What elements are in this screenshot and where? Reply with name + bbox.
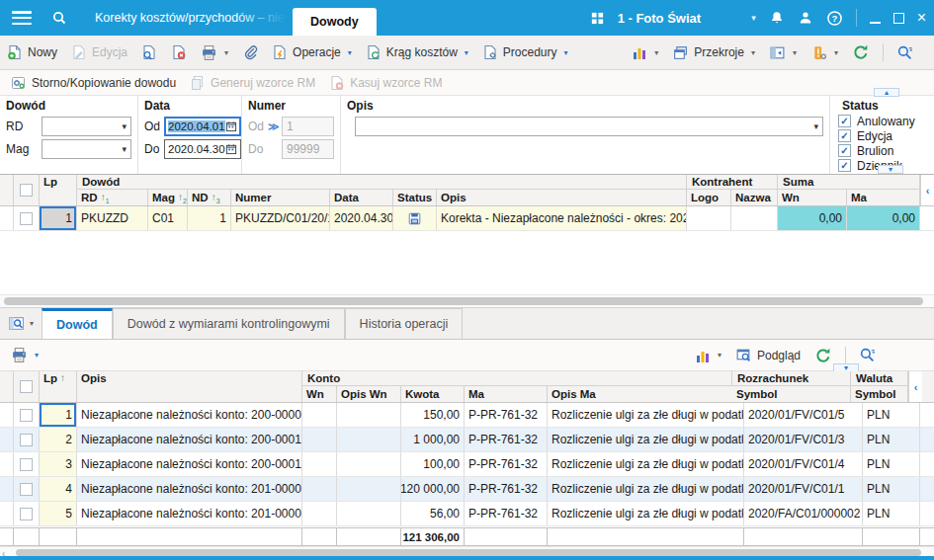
tab-dowod[interactable]: Dowód <box>42 308 113 339</box>
cell-wn <box>302 502 337 525</box>
detail-row[interactable]: 4 Niezapłacone należności konto: 201-000… <box>0 477 934 502</box>
mag-select[interactable]: ▾ <box>42 139 131 159</box>
status-brulion-checkbox[interactable]: ✓ <box>838 144 851 157</box>
cross-sections-button[interactable]: Przekroje ▾ <box>665 40 762 65</box>
filter-expand-button[interactable]: ▾ <box>878 165 903 174</box>
preview-document-button[interactable] <box>134 40 164 65</box>
col-rd[interactable]: RD ↑1 <box>77 190 148 205</box>
double-chevron-icon[interactable]: ≫ <box>268 120 282 133</box>
status-edycja-checkbox[interactable]: ✓ <box>838 129 851 142</box>
col-wn[interactable]: Wn <box>778 190 847 205</box>
date-to-field[interactable]: 2020.04.30 <box>164 139 241 159</box>
detail-row[interactable]: 2 Niezapłacone należności konto: 200-000… <box>0 428 934 452</box>
detail-view-selector[interactable]: ▾ <box>0 308 42 339</box>
detail-chart-button[interactable]: ▾ <box>688 343 728 368</box>
select-all-checkbox[interactable] <box>20 380 33 393</box>
new-button[interactable]: Nowy <box>0 40 64 65</box>
col-opis-wn[interactable]: Opis Wn <box>337 386 401 402</box>
tab-dowody[interactable]: Dowody <box>293 8 377 36</box>
print-chevron-icon[interactable]: ▾ <box>224 48 228 57</box>
check-icon: ✓ <box>840 160 848 171</box>
row-checkbox[interactable] <box>20 409 33 422</box>
calendar-icon[interactable] <box>225 143 237 155</box>
user-icon[interactable] <box>798 10 813 26</box>
col-nd[interactable]: ND ↑3 <box>188 190 231 205</box>
numer-to-field: 99999 <box>282 139 334 159</box>
chart-button[interactable]: ▾ <box>625 40 665 65</box>
collapse-side-panel-button[interactable]: ‹ <box>908 371 922 402</box>
menu-icon[interactable] <box>12 11 32 25</box>
workspace-chevron-icon[interactable]: ▾ <box>751 13 756 23</box>
band-rozrachunek: Rozrachunek Symbol <box>732 371 851 402</box>
col-opis[interactable]: Opis <box>437 190 687 205</box>
maximize-button[interactable] <box>893 13 904 24</box>
row-checkbox[interactable] <box>20 434 33 446</box>
col-nazwa[interactable]: Nazwa <box>731 190 778 205</box>
cell-kwota: 56,00 <box>401 502 465 525</box>
row-checkbox[interactable] <box>20 458 33 471</box>
scrollbar-thumb[interactable] <box>4 297 923 305</box>
operations-button[interactable]: Operacje ▾ <box>265 40 359 65</box>
app-grid-icon[interactable] <box>590 11 605 26</box>
col-mag[interactable]: Mag ↑2 <box>148 190 188 205</box>
col-opis[interactable]: Opis <box>77 371 302 402</box>
indicators-button[interactable]: ▾ <box>804 40 845 65</box>
procedures-button[interactable]: Procedury ▾ <box>475 40 575 65</box>
col-logo[interactable]: Logo <box>687 190 731 205</box>
print-button[interactable]: ▾ <box>194 40 235 65</box>
row-checkbox[interactable] <box>20 508 33 520</box>
col-symbol[interactable]: Symbol <box>732 386 851 402</box>
col-ma[interactable]: Ma <box>465 386 548 402</box>
col-status[interactable]: Status <box>393 190 437 205</box>
summary-symbol-cell <box>744 528 863 545</box>
workspace-name[interactable]: 1 - Foto Świat <box>618 11 702 26</box>
copy-icon <box>190 75 206 91</box>
detail-print-chevron-icon[interactable]: ▾ <box>35 351 39 360</box>
tab-korekty-kosztow[interactable]: Korekty kosztów/przychodów – niez <box>95 0 291 36</box>
filter-collapse-button[interactable]: ▴ <box>874 88 899 97</box>
col-lp[interactable]: Lp ↑ <box>40 371 77 402</box>
col-lp[interactable]: Lp <box>40 175 77 205</box>
detail-row[interactable]: 1 Niezapłacone należności konto: 200-000… <box>0 403 934 428</box>
minimize-button[interactable] <box>870 13 881 24</box>
tab-historia-operacji[interactable]: Historia operacji <box>345 308 464 339</box>
detail-row[interactable]: 5 Niezapłacone należności konto: 201-000… <box>0 502 934 526</box>
close-button[interactable]: × <box>917 10 926 26</box>
col-wn[interactable]: Wn <box>302 386 337 402</box>
help-icon[interactable]: ? <box>826 10 843 27</box>
collapse-side-panel-button[interactable]: ‹ <box>920 175 934 205</box>
quick-search-button[interactable] <box>890 40 920 65</box>
cell-lp: 3 <box>40 452 77 476</box>
tab-dowod-wymiary[interactable]: Dowód z wymiarami kontrolingowymi <box>113 308 345 339</box>
col-kwota[interactable]: Kwota <box>401 386 465 402</box>
document-row[interactable]: 1 PKUZZD C01 1 PKUZZD/C01/20/1 2020.04.3… <box>0 206 934 231</box>
row-checkbox[interactable] <box>20 483 33 496</box>
side-panel-button[interactable]: ▾ <box>762 40 804 65</box>
col-ma[interactable]: Ma <box>847 190 920 205</box>
detail-row[interactable]: 3 Niezapłacone należności konto: 200-000… <box>0 452 934 477</box>
row-checkbox[interactable] <box>20 212 33 225</box>
delete-document-button[interactable] <box>164 40 194 65</box>
select-all-checkbox[interactable] <box>20 184 33 197</box>
detail-print-button[interactable]: ▾ <box>4 343 45 368</box>
calendar-icon[interactable] <box>225 120 237 132</box>
rd-select[interactable]: ▾ <box>42 117 131 136</box>
col-numer[interactable]: Numer <box>231 190 330 205</box>
date-from-field[interactable]: 2020.04.01 <box>164 117 241 136</box>
search-icon[interactable] <box>51 10 67 26</box>
cost-circle-button[interactable]: Krąg kosztów ▾ <box>359 40 475 65</box>
attachments-button[interactable] <box>235 40 265 65</box>
col-data[interactable]: Data <box>330 190 393 205</box>
status-dziennik-checkbox[interactable]: ✓ <box>838 159 851 172</box>
scrollbar-thumb[interactable] <box>16 549 921 556</box>
filter-group-data: Data Od 2020.04.01 Do 2020.04.30 <box>138 96 242 174</box>
preview-button[interactable]: Podgląd <box>728 343 807 368</box>
storno-copy-button[interactable]: Storno/Kopiowanie dowodu <box>4 70 183 96</box>
col-waluta-symbol[interactable]: Symbol <box>851 386 908 402</box>
refresh-button[interactable] <box>845 40 877 65</box>
notifications-bell-icon[interactable] <box>769 10 785 26</box>
opis-select[interactable]: ▾ <box>355 117 823 136</box>
cell-symbol: 2020/01/FV/C01/5 <box>744 403 863 427</box>
col-opis-ma[interactable]: Opis Ma <box>548 386 744 402</box>
status-anulowany-checkbox[interactable]: ✓ <box>838 115 851 127</box>
